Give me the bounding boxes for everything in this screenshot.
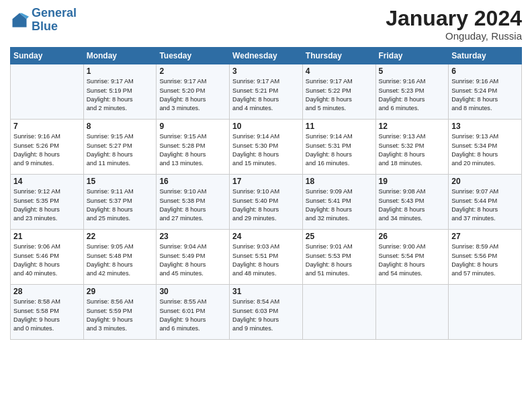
calendar-cell: 3Sunrise: 9:17 AMSunset: 5:21 PMDaylight… xyxy=(230,64,303,120)
column-header-monday: Monday xyxy=(83,48,157,64)
day-info: Sunrise: 9:17 AMSunset: 5:22 PMDaylight:… xyxy=(306,77,373,113)
calendar-cell: 20Sunrise: 9:07 AMSunset: 5:44 PMDayligh… xyxy=(449,175,522,230)
day-number: 12 xyxy=(379,122,446,131)
day-info: Sunrise: 9:17 AMSunset: 5:21 PMDaylight:… xyxy=(232,77,300,113)
day-info: Sunrise: 8:55 AMSunset: 6:01 PMDaylight:… xyxy=(159,298,226,333)
day-info: Sunrise: 9:14 AMSunset: 5:31 PMDaylight:… xyxy=(306,132,373,168)
calendar-cell: 1Sunrise: 9:17 AMSunset: 5:19 PMDaylight… xyxy=(83,64,157,120)
calendar-cell: 8Sunrise: 9:15 AMSunset: 5:27 PMDaylight… xyxy=(83,120,157,175)
calendar-week-row: 28Sunrise: 8:58 AMSunset: 5:58 PMDayligh… xyxy=(11,285,522,340)
calendar-cell: 11Sunrise: 9:14 AMSunset: 5:31 PMDayligh… xyxy=(302,120,375,175)
day-number: 15 xyxy=(87,177,154,186)
day-number: 1 xyxy=(87,66,154,76)
day-info: Sunrise: 9:00 AMSunset: 5:54 PMDaylight:… xyxy=(379,242,446,278)
day-number: 30 xyxy=(159,287,226,296)
month-title: January 2024 xyxy=(386,7,522,30)
calendar-table: SundayMondayTuesdayWednesdayThursdayFrid… xyxy=(10,47,522,340)
day-info: Sunrise: 9:05 AMSunset: 5:48 PMDaylight:… xyxy=(87,242,154,278)
column-header-tuesday: Tuesday xyxy=(157,48,230,64)
calendar-cell: 27Sunrise: 8:59 AMSunset: 5:56 PMDayligh… xyxy=(449,230,522,285)
column-header-sunday: Sunday xyxy=(11,48,84,64)
day-info: Sunrise: 8:58 AMSunset: 5:58 PMDaylight:… xyxy=(13,298,81,333)
day-info: Sunrise: 9:10 AMSunset: 5:38 PMDaylight:… xyxy=(159,187,226,223)
day-number: 7 xyxy=(13,122,81,131)
day-info: Sunrise: 9:13 AMSunset: 5:34 PMDaylight:… xyxy=(451,132,519,168)
day-number: 13 xyxy=(451,122,519,131)
day-number: 20 xyxy=(451,177,519,186)
calendar-week-row: 21Sunrise: 9:06 AMSunset: 5:46 PMDayligh… xyxy=(11,230,522,285)
day-number: 24 xyxy=(232,232,300,241)
calendar-cell: 31Sunrise: 8:54 AMSunset: 6:03 PMDayligh… xyxy=(230,285,303,340)
day-number: 21 xyxy=(13,232,81,241)
calendar-cell xyxy=(302,285,375,340)
calendar-cell: 13Sunrise: 9:13 AMSunset: 5:34 PMDayligh… xyxy=(449,120,522,175)
day-info: Sunrise: 9:11 AMSunset: 5:37 PMDaylight:… xyxy=(87,187,154,223)
day-info: Sunrise: 9:03 AMSunset: 5:51 PMDaylight:… xyxy=(232,242,300,278)
day-info: Sunrise: 9:16 AMSunset: 5:26 PMDaylight:… xyxy=(13,132,81,168)
calendar-cell: 23Sunrise: 9:04 AMSunset: 5:49 PMDayligh… xyxy=(157,230,230,285)
calendar-cell: 22Sunrise: 9:05 AMSunset: 5:48 PMDayligh… xyxy=(83,230,157,285)
day-number: 17 xyxy=(232,177,300,186)
calendar-week-row: 7Sunrise: 9:16 AMSunset: 5:26 PMDaylight… xyxy=(11,120,522,175)
day-info: Sunrise: 9:07 AMSunset: 5:44 PMDaylight:… xyxy=(451,187,519,223)
calendar-cell: 18Sunrise: 9:09 AMSunset: 5:41 PMDayligh… xyxy=(302,175,375,230)
column-header-friday: Friday xyxy=(375,48,449,64)
calendar-cell: 19Sunrise: 9:08 AMSunset: 5:43 PMDayligh… xyxy=(375,175,449,230)
day-number: 4 xyxy=(306,66,373,76)
day-info: Sunrise: 9:16 AMSunset: 5:23 PMDaylight:… xyxy=(379,77,446,113)
calendar-header-row: SundayMondayTuesdayWednesdayThursdayFrid… xyxy=(11,48,522,64)
day-number: 5 xyxy=(379,66,446,76)
day-number: 2 xyxy=(159,66,226,76)
column-header-wednesday: Wednesday xyxy=(230,48,303,64)
day-number: 14 xyxy=(13,177,81,186)
calendar-cell: 16Sunrise: 9:10 AMSunset: 5:38 PMDayligh… xyxy=(157,175,230,230)
day-number: 19 xyxy=(379,177,446,186)
day-info: Sunrise: 9:12 AMSunset: 5:35 PMDaylight:… xyxy=(13,187,81,223)
day-number: 25 xyxy=(306,232,373,241)
day-number: 27 xyxy=(451,232,519,241)
calendar-cell: 6Sunrise: 9:16 AMSunset: 5:24 PMDaylight… xyxy=(449,64,522,120)
calendar-cell xyxy=(11,64,84,120)
day-number: 16 xyxy=(159,177,226,186)
calendar-week-row: 1Sunrise: 9:17 AMSunset: 5:19 PMDaylight… xyxy=(11,64,522,120)
day-number: 29 xyxy=(87,287,154,296)
day-info: Sunrise: 9:17 AMSunset: 5:20 PMDaylight:… xyxy=(159,77,226,113)
calendar-cell: 5Sunrise: 9:16 AMSunset: 5:23 PMDaylight… xyxy=(375,64,449,120)
day-info: Sunrise: 9:06 AMSunset: 5:46 PMDaylight:… xyxy=(13,242,81,278)
logo: General Blue xyxy=(10,7,77,34)
logo-text: General Blue xyxy=(32,7,77,34)
day-info: Sunrise: 9:01 AMSunset: 5:53 PMDaylight:… xyxy=(306,242,373,278)
day-number: 6 xyxy=(451,66,519,76)
page-container: General Blue January 2024 Onguday, Russi… xyxy=(0,0,532,343)
calendar-cell xyxy=(449,285,522,340)
day-info: Sunrise: 9:13 AMSunset: 5:32 PMDaylight:… xyxy=(379,132,446,168)
calendar-cell: 2Sunrise: 9:17 AMSunset: 5:20 PMDaylight… xyxy=(157,64,230,120)
day-number: 31 xyxy=(232,287,300,296)
logo-icon xyxy=(10,11,29,30)
day-info: Sunrise: 9:14 AMSunset: 5:30 PMDaylight:… xyxy=(232,132,300,168)
calendar-cell: 14Sunrise: 9:12 AMSunset: 5:35 PMDayligh… xyxy=(11,175,84,230)
calendar-cell: 30Sunrise: 8:55 AMSunset: 6:01 PMDayligh… xyxy=(157,285,230,340)
calendar-cell: 28Sunrise: 8:58 AMSunset: 5:58 PMDayligh… xyxy=(11,285,84,340)
day-info: Sunrise: 8:56 AMSunset: 5:59 PMDaylight:… xyxy=(87,298,154,333)
day-number: 10 xyxy=(232,122,300,131)
day-info: Sunrise: 9:08 AMSunset: 5:43 PMDaylight:… xyxy=(379,187,446,223)
calendar-cell: 21Sunrise: 9:06 AMSunset: 5:46 PMDayligh… xyxy=(11,230,84,285)
day-number: 22 xyxy=(87,232,154,241)
day-info: Sunrise: 9:10 AMSunset: 5:40 PMDaylight:… xyxy=(232,187,300,223)
calendar-cell: 4Sunrise: 9:17 AMSunset: 5:22 PMDaylight… xyxy=(302,64,375,120)
day-number: 3 xyxy=(232,66,300,76)
calendar-cell: 29Sunrise: 8:56 AMSunset: 5:59 PMDayligh… xyxy=(83,285,157,340)
title-area: January 2024 Onguday, Russia xyxy=(386,7,522,42)
day-number: 9 xyxy=(159,122,226,131)
calendar-cell: 26Sunrise: 9:00 AMSunset: 5:54 PMDayligh… xyxy=(375,230,449,285)
day-info: Sunrise: 9:17 AMSunset: 5:19 PMDaylight:… xyxy=(87,77,154,113)
column-header-thursday: Thursday xyxy=(302,48,375,64)
day-info: Sunrise: 9:16 AMSunset: 5:24 PMDaylight:… xyxy=(451,77,519,113)
calendar-cell: 7Sunrise: 9:16 AMSunset: 5:26 PMDaylight… xyxy=(11,120,84,175)
day-info: Sunrise: 8:59 AMSunset: 5:56 PMDaylight:… xyxy=(451,242,519,278)
calendar-cell: 12Sunrise: 9:13 AMSunset: 5:32 PMDayligh… xyxy=(375,120,449,175)
day-info: Sunrise: 9:09 AMSunset: 5:41 PMDaylight:… xyxy=(306,187,373,223)
day-number: 26 xyxy=(379,232,446,241)
page-header: General Blue January 2024 Onguday, Russi… xyxy=(10,7,522,42)
